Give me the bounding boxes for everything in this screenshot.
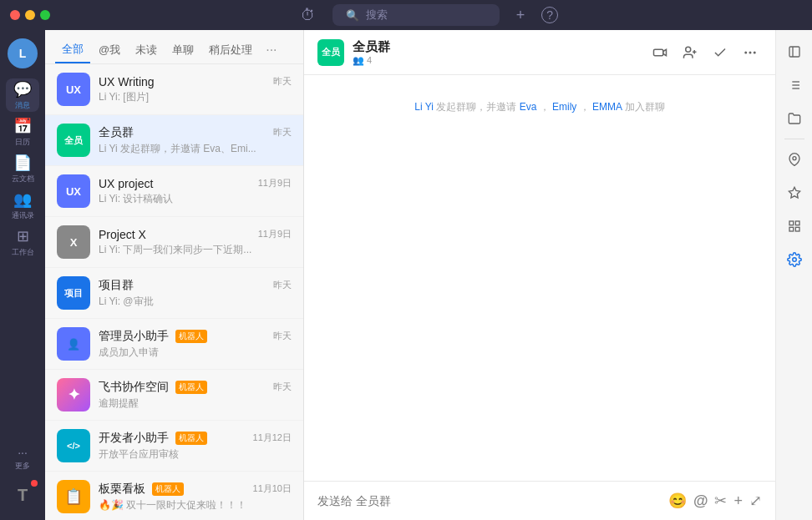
calendar-label: 日历 xyxy=(15,137,30,148)
calendar-icon: 📅 xyxy=(13,117,32,135)
sidebar-item-message[interactable]: 💬 消息 xyxy=(6,78,39,112)
pin-button[interactable] xyxy=(781,146,808,173)
chat-list: UX UX Writing 昨天 Li Yi: [图片] 全员 全员群 xyxy=(45,64,303,520)
sidebar-item-more[interactable]: ··· 更多 xyxy=(6,442,39,475)
chat-time-6: 昨天 xyxy=(273,330,292,342)
grid-button[interactable] xyxy=(781,213,808,240)
more-label: 更多 xyxy=(15,461,30,472)
chat-info-project-x: Project X 11月9日 Li Yi: 下周一我们来同步一下近期... xyxy=(99,228,292,257)
history-button[interactable]: ⏱ xyxy=(301,7,316,24)
chat-title-row: UX Writing 昨天 xyxy=(99,75,292,88)
contacts-label: 通讯录 xyxy=(12,210,34,221)
tab-later[interactable]: 稍后处理 xyxy=(202,38,259,63)
chat-item-kanban[interactable]: 📋 板栗看板 机器人 11月10日 🔥🎉 双十一限时大促来啦！！！ xyxy=(45,472,303,520)
chat-item-project-x[interactable]: X Project X 11月9日 Li Yi: 下周一我们来同步一下近期... xyxy=(45,217,303,268)
chat-title-row-4: Project X 11月9日 xyxy=(99,228,292,241)
chat-time-9: 11月10日 xyxy=(253,482,292,495)
add-tab-button[interactable]: + xyxy=(516,7,525,24)
chat-title-row-7: 飞书协作空间 机器人 昨天 xyxy=(99,380,292,395)
contacts-icon: 👥 xyxy=(13,190,32,209)
chat-name-6: 管理员小助手 xyxy=(99,329,169,344)
sidebar-item-workspace[interactable]: ⊞ 工作台 xyxy=(6,225,39,259)
chat-time: 昨天 xyxy=(273,75,292,88)
chat-name-4: Project X xyxy=(99,228,146,241)
list-button[interactable] xyxy=(781,72,808,98)
chat-name-3: UX project xyxy=(99,177,153,190)
user-avatar[interactable]: L xyxy=(8,38,38,68)
minimize-button[interactable] xyxy=(25,10,35,20)
chat-avatar-kanban: 📋 xyxy=(57,480,90,513)
chat-preview-5: Li Yi: @审批 xyxy=(99,295,292,309)
chat-info-feishu-space: 飞书协作空间 机器人 昨天 逾期提醒 xyxy=(99,380,292,411)
chat-title-row-2: 全员群 昨天 xyxy=(99,125,292,140)
chat-info-all-group: 全员群 昨天 Li Yi 发起群聊，并邀请 Eva、Emi... xyxy=(99,125,292,156)
chat-main: 全员 全员群 👥 4 xyxy=(304,30,775,520)
at-button[interactable]: @ xyxy=(693,492,708,510)
chat-info-admin-bot: 管理员小助手 机器人 昨天 成员加入申请 xyxy=(99,329,292,360)
search-bar[interactable]: 🔍 搜索 xyxy=(332,4,500,26)
chat-item-ux-project[interactable]: UX UX project 11月9日 Li Yi: 设计稿确认 xyxy=(45,166,303,217)
chat-title-row-3: UX project 11月9日 xyxy=(99,177,292,190)
add-member-button[interactable] xyxy=(678,41,702,64)
folder-button[interactable] xyxy=(781,105,808,132)
right-sidebar xyxy=(775,30,812,520)
star-button[interactable] xyxy=(781,179,808,206)
tab-single[interactable]: 单聊 xyxy=(165,38,200,63)
admin-bot-icon: 👤 xyxy=(67,338,80,351)
sidebar-item-contacts[interactable]: 👥 通讯录 xyxy=(6,189,39,222)
chat-preview-3: Li Yi: 设计稿确认 xyxy=(99,192,292,206)
chat-item-dev-bot[interactable]: </> 开发者小助手 机器人 11月12日 开放平台应用审核 xyxy=(45,421,303,472)
dev-bot-icon: </> xyxy=(67,441,80,451)
message-input[interactable] xyxy=(317,494,662,507)
message-label: 消息 xyxy=(15,100,30,111)
close-button[interactable] xyxy=(10,10,20,20)
chat-time-4: 11月9日 xyxy=(258,228,292,240)
tab-all[interactable]: 全部 xyxy=(55,37,90,63)
sidebar-item-calendar[interactable]: 📅 日历 xyxy=(6,115,39,149)
chat-avatar-ux-writing: UX xyxy=(57,73,90,106)
tab-at[interactable]: @我 xyxy=(92,38,127,63)
svg-point-2 xyxy=(686,47,691,52)
feishu-icon: ✦ xyxy=(68,386,80,404)
maximize-button[interactable] xyxy=(40,10,50,20)
add-attachment-button[interactable]: + xyxy=(733,492,743,510)
tab-more[interactable]: ··· xyxy=(261,39,282,61)
chat-name-5: 项目群 xyxy=(99,278,134,293)
robot-badge-9: 机器人 xyxy=(152,482,184,496)
help-button[interactable]: ? xyxy=(541,7,558,23)
chat-header: 全员 全员群 👥 4 xyxy=(304,30,775,75)
chat-info-kanban: 板栗看板 机器人 11月10日 🔥🎉 双十一限时大促来啦！！！ xyxy=(99,482,292,512)
chat-item-all-group[interactable]: 全员 全员群 昨天 Li Yi 发起群聊，并邀请 Eva、Emi... xyxy=(45,115,303,166)
chat-title-row-9: 板栗看板 机器人 11月10日 xyxy=(99,482,292,497)
svg-rect-8 xyxy=(789,47,799,57)
chat-item-feishu-space[interactable]: ✦ 飞书协作空间 机器人 昨天 逾期提醒 xyxy=(45,370,303,421)
input-area: 😊 @ ✂ + ⤢ xyxy=(304,481,775,520)
chat-item-project-group[interactable]: 项目 项目群 昨天 Li Yi: @审批 xyxy=(45,268,303,319)
more-wrapper: ··· 更多 xyxy=(6,442,39,475)
compose-button[interactable] xyxy=(781,38,808,65)
chat-item-admin-bot[interactable]: 👤 管理员小助手 机器人 昨天 成员加入申请 xyxy=(45,319,303,370)
video-call-button[interactable] xyxy=(648,41,672,64)
chat-time-5: 昨天 xyxy=(273,279,292,291)
search-placeholder: 搜索 xyxy=(366,8,388,23)
chat-preview-7: 逾期提醒 xyxy=(99,396,292,411)
chat-time-8: 11月12日 xyxy=(253,432,292,444)
chat-preview-9: 🔥🎉 双十一限时大促来啦！！！ xyxy=(99,498,292,512)
cut-button[interactable]: ✂ xyxy=(714,492,727,510)
chat-list-tabs: 全部 @我 未读 单聊 稍后处理 ··· xyxy=(45,30,303,64)
svg-rect-0 xyxy=(654,49,663,56)
emoji-button[interactable]: 😊 xyxy=(668,492,687,510)
chat-item-ux-writing[interactable]: UX UX Writing 昨天 Li Yi: [图片] xyxy=(45,64,303,115)
settings-button[interactable] xyxy=(781,246,808,273)
chat-title-row-5: 项目群 昨天 xyxy=(99,278,292,293)
expand-button[interactable]: ⤢ xyxy=(749,492,762,510)
chat-name-9: 板栗看板 xyxy=(99,482,145,497)
icon-sidebar: L 💬 消息 📅 日历 📄 云文档 👥 通讯录 ⊞ 工作台 ··· 更多 xyxy=(0,30,45,520)
sidebar-item-docs[interactable]: 📄 云文档 xyxy=(6,152,39,185)
chat-avatar-dev-bot: </> xyxy=(57,429,90,462)
done-button[interactable] xyxy=(708,41,732,64)
members-count: 4 xyxy=(367,55,372,65)
system-msg-eva: Eva xyxy=(520,101,537,113)
more-options-button[interactable] xyxy=(738,41,762,64)
tab-unread[interactable]: 未读 xyxy=(129,38,164,63)
